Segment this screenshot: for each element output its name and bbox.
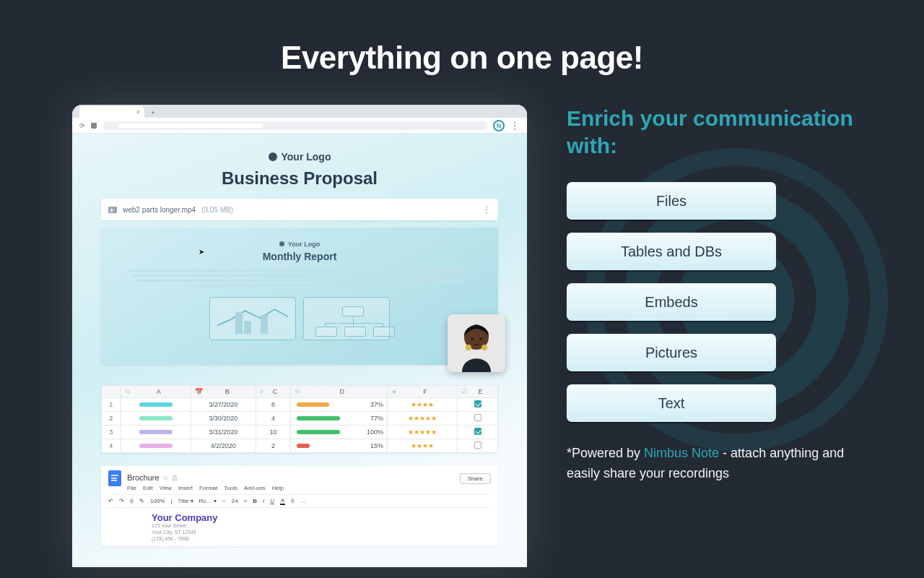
lock-icon <box>91 123 97 129</box>
browser-address-bar: ⟳ N ⋮ <box>72 118 527 134</box>
presenter-avatar <box>448 314 505 372</box>
toolbar-more[interactable]: … <box>300 498 306 504</box>
doc-title: Business Proposal <box>101 168 498 189</box>
doc-logo: Your Logo <box>101 151 498 163</box>
file-size: (3.05 MB) <box>201 206 233 214</box>
undo-button[interactable]: ↶ <box>108 498 113 504</box>
italic-button[interactable]: I <box>263 498 264 504</box>
format-paint-button[interactable]: ✎ <box>139 498 144 504</box>
checkbox[interactable] <box>474 428 481 435</box>
logo-dot-icon <box>269 152 277 161</box>
url-field[interactable] <box>103 121 487 130</box>
feature-chip-tables-and-dbs: Tables and DBs <box>567 233 776 270</box>
new-tab-button[interactable]: + <box>149 109 157 118</box>
style-select[interactable]: Title ▾ <box>178 498 193 504</box>
tab-close-icon[interactable]: × <box>136 108 140 116</box>
report-charts: ➤ <box>118 297 481 340</box>
page-headline: Everything on one page! <box>0 40 924 76</box>
browser-window: × + ⟳ N ⋮ Your Logo Business Proposal we… <box>72 105 527 567</box>
print-button[interactable]: ⎙ <box>130 498 134 504</box>
checkbox[interactable] <box>474 441 481 449</box>
gdocs-menu-view[interactable]: View <box>160 485 172 491</box>
gdocs-title[interactable]: Brochure <box>127 473 160 482</box>
gdocs-menu-file[interactable]: File <box>127 485 136 491</box>
bold-button[interactable]: B <box>253 498 257 504</box>
fontsize-increase[interactable]: + <box>244 498 248 504</box>
logo-dot-icon <box>279 241 284 246</box>
bar-chart-icon <box>209 297 296 340</box>
report-logo: Your Logo <box>118 241 481 248</box>
gdocs-file-icon <box>108 470 121 486</box>
report-body-placeholder <box>118 269 481 287</box>
right-panel: Enrich your communication with: FilesTab… <box>567 105 859 484</box>
feature-chip-embeds: Embeds <box>567 283 776 321</box>
page-viewport: Your Logo Business Proposal web2 parts l… <box>72 134 527 567</box>
svg-point-2 <box>471 337 473 340</box>
zoom-select[interactable]: 100% <box>150 498 165 504</box>
svg-point-5 <box>481 345 487 350</box>
checkbox[interactable] <box>474 400 481 407</box>
insert-link-button[interactable]: ⎘ <box>291 498 295 504</box>
gdocs-menu-edit[interactable]: Edit <box>143 485 153 491</box>
embedded-gdocs: Brochure ☆ ⎙ FileEditViewInsertFormatToo… <box>101 466 498 546</box>
gdocs-menu-insert[interactable]: Insert <box>178 485 193 491</box>
extension-badge-icon[interactable]: N <box>493 120 505 131</box>
gdocs-body-address: 123 Your StreetYour City, ST 12345(123) … <box>152 523 491 542</box>
table-row[interactable]: 23/30/20204 77%★★★★★ <box>102 412 498 426</box>
feature-chip-text: Text <box>567 384 776 422</box>
checkbox[interactable] <box>474 414 481 421</box>
file-attachment-card[interactable]: web2 parts longer.mp4 (3.05 MB) ⋮ <box>101 199 498 220</box>
gdocs-body-heading: Your Company <box>152 512 491 523</box>
video-file-icon <box>108 207 117 213</box>
feature-chip-files: Files <box>567 182 776 220</box>
svg-point-4 <box>466 345 471 350</box>
gdocs-toolbar: ↶ ↷ ⎙ ✎ 100% | Title ▾ Ro… ▾ − 24 + B I … <box>108 494 491 508</box>
textcolor-button[interactable]: A <box>280 497 285 505</box>
org-chart-icon <box>303 297 390 340</box>
fontsize-value[interactable]: 24 <box>232 498 238 504</box>
feature-chip-pictures: Pictures <box>567 334 776 371</box>
gdocs-menu-tools[interactable]: Tools <box>224 485 237 491</box>
share-button[interactable]: Share <box>460 473 491 484</box>
gdocs-menu-format[interactable]: Format <box>199 485 217 491</box>
reload-icon[interactable]: ⟳ <box>79 122 85 129</box>
redo-button[interactable]: ↷ <box>119 498 124 504</box>
browser-menu-icon[interactable]: ⋮ <box>510 121 520 131</box>
star-icon[interactable]: ☆ <box>162 474 169 482</box>
font-select[interactable]: Ro… ▾ <box>199 498 217 504</box>
embedded-report-card: Your Logo Monthly Report ➤ <box>101 228 498 365</box>
file-name: web2 parts longer.mp4 <box>123 206 196 214</box>
file-more-icon[interactable]: ⋮ <box>482 204 491 215</box>
gdocs-menu-add-ons[interactable]: Add-ons <box>244 485 266 491</box>
svg-point-3 <box>479 337 481 340</box>
move-icon[interactable]: ⎙ <box>173 474 177 482</box>
cursor-icon: ➤ <box>199 248 204 256</box>
fontsize-decrease[interactable]: − <box>222 498 226 504</box>
gdocs-menu-help[interactable]: Help <box>272 485 284 491</box>
embedded-table: % A📅 B# C% D★ F☑ E 13/27/20208 37%★★★★23… <box>101 385 498 453</box>
table-row[interactable]: 33/31/202010 100%★★★★★ <box>102 426 498 439</box>
table-row[interactable]: 13/27/20208 37%★★★★ <box>102 398 498 412</box>
browser-tab[interactable]: × <box>79 106 144 118</box>
right-subtitle: Enrich your communication with: <box>567 105 859 159</box>
underline-button[interactable]: U <box>270 498 274 504</box>
nimbus-note-link[interactable]: Nimbus Note <box>644 446 719 460</box>
footer-note: *Powered by Nimbus Note - attach anythin… <box>567 444 855 484</box>
report-title: Monthly Report <box>118 251 481 262</box>
gdocs-menubar: FileEditViewInsertFormatToolsAdd-onsHelp <box>127 485 284 491</box>
table-row[interactable]: 44/2/20202 15%★★★★ <box>102 439 498 453</box>
browser-tabbar: × + <box>72 105 527 118</box>
